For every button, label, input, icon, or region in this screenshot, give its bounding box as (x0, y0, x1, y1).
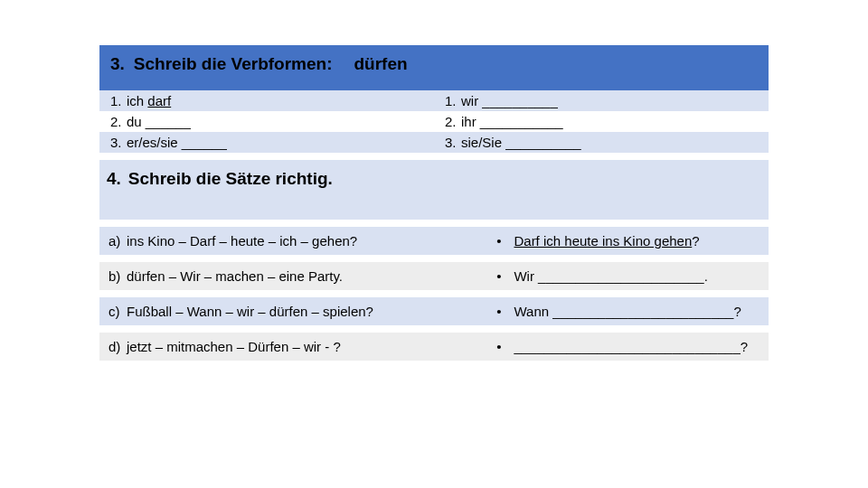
cell-number: 2. (445, 114, 461, 129)
row-prompt: jetzt – mitmachen – Dürfen – wir - ? (127, 339, 341, 354)
answer-post: ? (692, 233, 699, 249)
conjugation-cell: 2. du ______ (99, 111, 434, 132)
sentence-row: d) jetzt – mitmachen – Dürfen – wir - ? … (99, 333, 769, 361)
bullet-icon: • (496, 339, 501, 354)
cell-number: 3. (445, 135, 461, 150)
exercise4-number: 4. (107, 169, 121, 189)
row-letter: c) (108, 304, 127, 319)
cell-text: sie/Sie __________ (461, 135, 581, 150)
cell-text: wir __________ (461, 93, 558, 108)
sentence-prompt-cell: c) Fußball – Wann – wir – dürfen – spiel… (99, 297, 487, 325)
cell-text: ihr ___________ (461, 114, 563, 129)
conjugation-row: 1. ich darf 1. wir __________ (99, 90, 769, 111)
bullet-icon: • (496, 233, 501, 249)
conjugation-cell: 3. er/es/sie ______ (99, 132, 434, 153)
cell-text: du ______ (127, 114, 191, 129)
cell-number: 3. (110, 135, 127, 150)
cell-number: 2. (110, 114, 127, 129)
exercise4-title: Schreib die Sätze richtig. (128, 169, 333, 189)
cell-number: 1. (110, 93, 127, 108)
cell-underline: darf (147, 93, 171, 108)
sentence-answer-cell: • ______________________________? (487, 333, 769, 361)
exercise3-header: 3. Schreib die Verbformen: dürfen (99, 45, 769, 90)
row-prompt: ins Kino – Darf – heute – ich – gehen? (127, 233, 357, 249)
cell-number: 1. (445, 93, 461, 108)
sentence-prompt-cell: b) dürfen – Wir – machen – eine Party. (99, 262, 487, 290)
answer-text: Wir ______________________. (514, 268, 707, 284)
sentence-answer-cell: • Darf ich heute ins Kino gehen? (487, 227, 769, 255)
conjugation-cell: 2. ihr ___________ (434, 111, 769, 132)
conjugation-row: 3. er/es/sie ______ 3. sie/Sie _________… (99, 132, 769, 153)
answer-text: ______________________________? (514, 339, 748, 354)
exercise3-title: Schreib die Verbformen: (134, 54, 333, 74)
conjugation-cell: 1. wir __________ (434, 90, 769, 111)
cell-text: ich (127, 93, 147, 108)
exercise3-verb: dürfen (354, 54, 407, 74)
row-prompt: Fußball – Wann – wir – dürfen – spielen? (127, 304, 373, 319)
exercise4-header: 4. Schreib die Sätze richtig. (99, 160, 769, 220)
conjugation-cell: 3. sie/Sie __________ (434, 132, 769, 153)
row-prompt: dürfen – Wir – machen – eine Party. (127, 268, 343, 284)
sentence-prompt-cell: a) ins Kino – Darf – heute – ich – gehen… (99, 227, 487, 255)
sentence-answer-cell: • Wir ______________________. (487, 262, 769, 290)
sentence-row: a) ins Kino – Darf – heute – ich – gehen… (99, 227, 769, 255)
row-letter: a) (108, 233, 127, 249)
cell-text: er/es/sie ______ (127, 135, 227, 150)
bullet-icon: • (496, 304, 501, 319)
exercise3-number: 3. (110, 54, 125, 74)
sentence-row: c) Fußball – Wann – wir – dürfen – spiel… (99, 297, 769, 325)
sentence-answer-cell: • Wann ________________________? (487, 297, 769, 325)
worksheet-slide: 3. Schreib die Verbformen: dürfen 1. ich… (0, 0, 868, 388)
answer-text: Wann ________________________? (514, 304, 741, 319)
bullet-icon: • (496, 268, 501, 284)
row-letter: d) (108, 339, 127, 354)
conjugation-cell: 1. ich darf (99, 90, 434, 111)
sentence-row: b) dürfen – Wir – machen – eine Party. •… (99, 262, 769, 290)
answer-underline: Darf ich heute ins Kino gehen (514, 233, 692, 249)
conjugation-row: 2. du ______ 2. ihr ___________ (99, 111, 769, 132)
row-letter: b) (108, 268, 127, 284)
sentence-prompt-cell: d) jetzt – mitmachen – Dürfen – wir - ? (99, 333, 487, 361)
